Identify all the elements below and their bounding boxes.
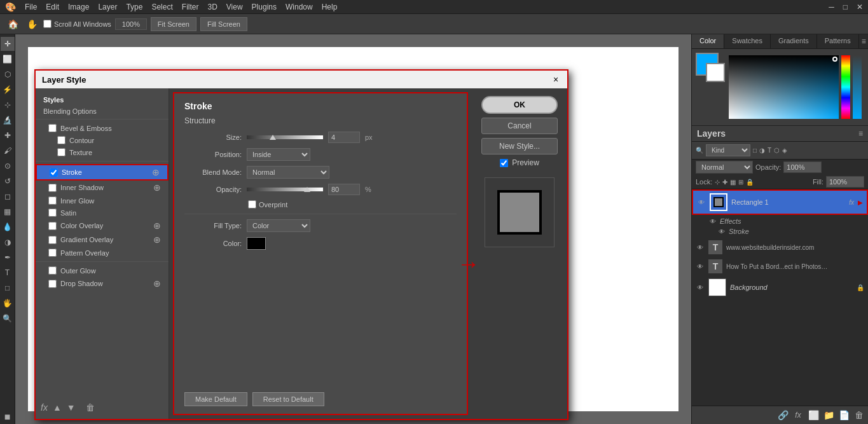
filter-smart-icon[interactable]: ◈ xyxy=(782,147,787,154)
scroll-all-label[interactable]: Scroll All Windows xyxy=(43,20,111,28)
make-default-button[interactable]: Make Default xyxy=(184,392,247,406)
outer-glow-checkbox[interactable] xyxy=(48,266,57,275)
sidebar-blending-options[interactable]: Blending Options xyxy=(36,106,169,116)
sidebar-color-overlay[interactable]: Color Overlay ⊕ xyxy=(36,219,169,233)
pen-tool[interactable]: ✒ xyxy=(1,250,15,264)
layers-expand-icon[interactable]: ≡ xyxy=(858,129,863,138)
menu-plugins[interactable]: Plugins xyxy=(252,3,277,11)
tab-color[interactable]: Color xyxy=(692,34,724,48)
size-slider[interactable] xyxy=(247,135,323,139)
layer-expand-icon[interactable]: ▶ xyxy=(858,199,863,206)
new-style-button[interactable]: New Style... xyxy=(481,138,558,154)
hand-icon[interactable]: ✋ xyxy=(24,17,39,32)
new-group-icon[interactable]: 📁 xyxy=(822,409,835,421)
move-down-icon[interactable]: ▼ xyxy=(67,402,76,413)
hand-tool[interactable]: 🖐 xyxy=(1,296,15,310)
sidebar-pattern-overlay[interactable]: Pattern Overlay xyxy=(36,247,169,259)
sidebar-gradient-overlay[interactable]: Gradient Overlay ⊕ xyxy=(36,233,169,247)
dialog-close-button[interactable]: × xyxy=(551,74,561,85)
inner-glow-checkbox[interactable] xyxy=(48,196,57,205)
new-layer-icon[interactable]: 📄 xyxy=(837,409,850,421)
reset-to-default-button[interactable]: Reset to Default xyxy=(252,392,324,406)
type-tool[interactable]: T xyxy=(1,266,15,280)
tab-patterns[interactable]: Patterns xyxy=(817,34,859,48)
satin-checkbox[interactable] xyxy=(48,209,57,217)
menu-help[interactable]: Help xyxy=(322,3,338,11)
eraser-tool[interactable]: ◻ xyxy=(1,189,15,203)
foreground-color[interactable]: ■ xyxy=(1,410,15,424)
stroke-eye-icon[interactable]: 👁 xyxy=(717,227,726,236)
layer-rectangle1[interactable]: 👁 Rectangle 1 fx ▶ xyxy=(692,189,868,215)
menu-image[interactable]: Image xyxy=(68,3,89,11)
filter-adj-icon[interactable]: ◑ xyxy=(759,147,765,154)
sidebar-bevel-emboss[interactable]: Bevel & Emboss xyxy=(36,122,169,134)
layer-eye-rectangle1[interactable]: 👁 xyxy=(697,198,706,207)
menu-view[interactable]: View xyxy=(226,3,243,11)
inner-shadow-plus-icon[interactable]: ⊕ xyxy=(153,182,161,193)
link-layers-icon[interactable]: 🔗 xyxy=(776,409,789,421)
brush-tool[interactable]: 🖌 xyxy=(1,144,15,158)
preview-checkbox[interactable] xyxy=(500,159,508,167)
layer-background[interactable]: 👁 Background 🔒 xyxy=(692,276,868,299)
color-alpha-slider[interactable] xyxy=(853,55,862,119)
contour-checkbox[interactable] xyxy=(57,136,65,144)
lock-all-icon[interactable]: 🔒 xyxy=(746,179,754,186)
sidebar-outer-glow[interactable]: Outer Glow xyxy=(36,264,169,277)
panel-options-icon[interactable]: ≡ xyxy=(859,34,868,48)
blur-tool[interactable]: 💧 xyxy=(1,220,15,234)
history-tool[interactable]: ↺ xyxy=(1,174,15,188)
layer-text-website[interactable]: 👁 T www.websitebuilderinsider.com xyxy=(692,238,868,257)
sidebar-inner-shadow[interactable]: Inner Shadow ⊕ xyxy=(36,181,169,195)
layer-eye-text2[interactable]: 👁 xyxy=(696,262,705,271)
lock-pixel-icon[interactable]: ✚ xyxy=(722,179,727,186)
lock-artboard-icon[interactable]: ⊞ xyxy=(738,179,743,186)
sidebar-stroke[interactable]: Stroke ⊕ xyxy=(36,164,169,181)
filter-shape-icon[interactable]: ⬡ xyxy=(774,147,780,154)
bevel-emboss-checkbox[interactable] xyxy=(48,124,57,132)
size-input[interactable] xyxy=(328,132,360,143)
overprint-checkbox[interactable] xyxy=(248,200,256,209)
layer-text-howto[interactable]: 👁 T How To Put a Bord...ect in Photoshop… xyxy=(692,257,868,276)
color-gradient-picker[interactable] xyxy=(729,55,839,119)
tab-swatches[interactable]: Swatches xyxy=(724,34,771,48)
fill-screen-button[interactable]: Fill Screen xyxy=(200,17,247,31)
layer-fx-badge-rectangle1[interactable]: fx xyxy=(849,199,854,206)
move-up-icon[interactable]: ▲ xyxy=(53,402,62,413)
drop-shadow-plus-icon[interactable]: ⊕ xyxy=(153,278,161,289)
inner-shadow-checkbox[interactable] xyxy=(48,184,57,192)
menu-select[interactable]: Select xyxy=(151,3,172,11)
scroll-all-checkbox[interactable] xyxy=(43,20,52,28)
layer-mode-select[interactable]: Normal xyxy=(696,161,753,174)
healing-tool[interactable]: ✚ xyxy=(1,128,15,142)
layer-eye-bg[interactable]: 👁 xyxy=(696,283,705,292)
ok-button[interactable]: OK xyxy=(481,96,558,114)
color-spectrum-slider[interactable] xyxy=(841,55,850,119)
tab-gradients[interactable]: Gradients xyxy=(771,34,817,48)
color-swatch[interactable] xyxy=(247,237,266,250)
eyedropper-tool[interactable]: 🔬 xyxy=(1,113,15,127)
filter-type-icon[interactable]: T xyxy=(768,147,771,154)
add-style-icon[interactable]: fx xyxy=(792,409,804,421)
sidebar-satin[interactable]: Satin xyxy=(36,207,169,219)
quick-select-tool[interactable]: ⚡ xyxy=(1,83,15,97)
stroke-checkbox[interactable] xyxy=(50,168,58,177)
sidebar-texture[interactable]: Texture xyxy=(36,146,169,158)
opacity-input[interactable] xyxy=(783,161,822,173)
delete-icon[interactable]: 🗑 xyxy=(86,402,95,413)
fill-input[interactable] xyxy=(826,176,864,188)
drop-shadow-checkbox[interactable] xyxy=(48,280,57,288)
opacity-slider[interactable] xyxy=(247,188,323,191)
gradient-overlay-plus-icon[interactable]: ⊕ xyxy=(153,235,161,245)
stroke-plus-icon[interactable]: ⊕ xyxy=(152,167,160,177)
delete-layer-icon[interactable]: 🗑 xyxy=(853,409,865,421)
fx-icon[interactable]: fx xyxy=(41,402,48,413)
effects-eye-icon[interactable]: 👁 xyxy=(708,217,717,226)
window-close[interactable]: ✕ xyxy=(857,3,863,11)
gradient-overlay-checkbox[interactable] xyxy=(48,236,57,244)
window-minimize[interactable]: ─ xyxy=(829,3,834,11)
color-overlay-checkbox[interactable] xyxy=(48,222,57,230)
menu-filter[interactable]: Filter xyxy=(182,3,199,11)
fill-type-select[interactable]: Color Gradient Pattern xyxy=(247,219,310,232)
kind-filter-select[interactable]: Kind xyxy=(706,144,750,156)
dodge-tool[interactable]: ◑ xyxy=(1,235,15,249)
